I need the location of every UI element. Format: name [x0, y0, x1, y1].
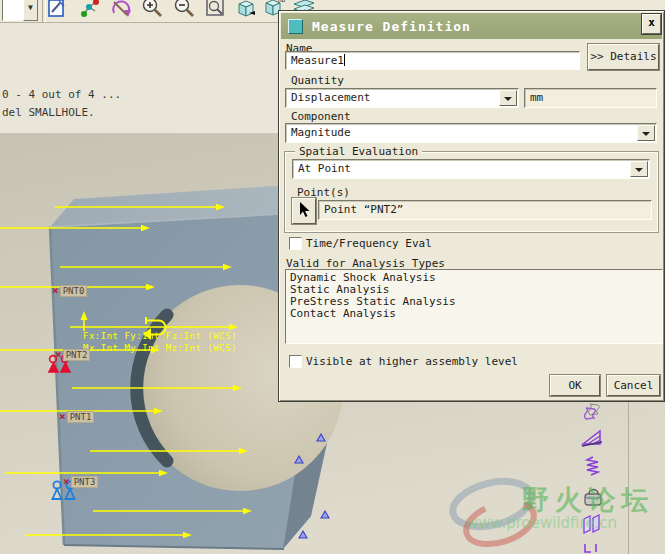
load-value-text: Mx.Int My.Int Mz:Int (WCS) — [83, 343, 237, 355]
name-input[interactable]: Measure1 — [285, 51, 580, 70]
beam-idealization-icon[interactable] — [580, 427, 606, 453]
cursor-arrow-icon — [293, 199, 313, 221]
points-field[interactable]: Point “PNT2” — [318, 200, 652, 220]
application-window: Fx:Int Fy:Int Fz:Int (WCS)Mx.Int My.Int … — [0, 0, 665, 554]
quantity-label: Quantity — [291, 74, 344, 87]
point-name: PNT3 — [71, 476, 99, 488]
saved-views-icon[interactable] — [233, 0, 259, 21]
mass-idealization-icon[interactable] — [580, 484, 606, 510]
point-marker-icon: × — [52, 284, 59, 297]
toolbar-divider — [628, 398, 629, 554]
ok-button[interactable]: OK — [550, 375, 600, 396]
svg-text:HB: HB — [278, 0, 286, 3]
zoom-out-icon[interactable] — [172, 0, 198, 21]
zoom-refit-icon[interactable] — [203, 0, 229, 21]
chevron-down-icon[interactable] — [637, 125, 655, 141]
chevron-down-icon[interactable] — [499, 90, 517, 106]
select-points-button[interactable] — [292, 198, 316, 224]
component-select[interactable]: Magnitude — [285, 123, 657, 143]
analysis-type-item[interactable]: Contact Analysis — [290, 308, 662, 320]
chevron-down-icon[interactable] — [630, 161, 648, 177]
quantity-units-field: mm — [524, 88, 657, 108]
time-frequency-label: Time/Frequency Eval — [306, 237, 432, 250]
message-line: del SMALLHOLE. — [2, 104, 121, 122]
view-selector-dropdown-icon[interactable]: ▼ — [23, 0, 38, 21]
load-values: Fx:Int Fy:Int Fz:Int (WCS)Mx.Int My.Int … — [83, 331, 237, 354]
analysis-types-list[interactable]: Dynamic Shock AnalysisStatic AnalysisPre… — [285, 269, 663, 344]
load-value-text: Fx:Int Fy:Int Fz:Int (WCS) — [83, 331, 237, 343]
zoom-in-icon[interactable] — [140, 0, 166, 21]
point-name: PNT0 — [60, 285, 88, 297]
point-marker-icon: × — [63, 475, 70, 488]
text-cursor — [344, 54, 345, 66]
spatial-group-label: Spatial Evaluation — [295, 145, 422, 158]
dialog-titlebar[interactable]: Measure Definition — [281, 13, 662, 39]
orient-mode-icon[interactable] — [108, 0, 134, 21]
dialog-title: Measure Definition — [312, 19, 471, 34]
spatial-value: At Point — [298, 162, 351, 175]
right-toolbar — [570, 398, 628, 554]
point-marker-icon: × — [55, 348, 62, 361]
spatial-evaluation-select[interactable]: At Point — [292, 159, 650, 179]
cancel-button[interactable]: Cancel — [607, 375, 660, 396]
dialog-icon — [288, 19, 303, 34]
details-button[interactable]: >> Details — [588, 44, 659, 70]
point-marker-icon: × — [59, 410, 66, 423]
close-icon[interactable]: x — [642, 14, 661, 34]
points-value: Point “PNT2” — [324, 203, 403, 216]
shell-pair-icon[interactable] — [580, 400, 606, 426]
visible-assembly-label: Visible at higher assembly level — [306, 355, 518, 368]
spring-idealization-icon[interactable] — [580, 455, 606, 481]
rigid-link-icon[interactable] — [580, 540, 606, 554]
quantity-value: Displacement — [291, 91, 370, 104]
message-line: 0 - 4 out of 4 ... — [2, 86, 121, 104]
interface-icon[interactable] — [580, 512, 606, 538]
component-value: Magnitude — [291, 126, 351, 139]
view-selector-combo[interactable] — [2, 0, 24, 21]
measure-definition-dialog: Measure Definition x Name Measure1 >> De… — [278, 10, 665, 402]
repaint-icon[interactable] — [44, 0, 70, 21]
spin-center-icon[interactable] — [76, 0, 102, 21]
point-label-PNT3[interactable]: ×PNT3 — [63, 470, 98, 489]
component-label: Component — [291, 110, 351, 123]
quantity-select[interactable]: Displacement — [285, 88, 519, 108]
visible-assembly-checkbox[interactable] — [289, 355, 302, 368]
point-name: PNT1 — [67, 411, 95, 423]
point-label-PNT1[interactable]: ×PNT1 — [59, 405, 94, 424]
point-name: PNT2 — [63, 349, 91, 361]
time-frequency-checkbox[interactable] — [289, 237, 302, 250]
name-value: Measure1 — [291, 54, 344, 67]
units-value: mm — [530, 91, 543, 104]
point-label-PNT2[interactable]: ×PNT2 — [55, 343, 90, 362]
point-label-PNT0[interactable]: ×PNT0 — [52, 279, 87, 298]
message-lines: 0 - 4 out of 4 ...del SMALLHOLE. — [2, 86, 121, 122]
